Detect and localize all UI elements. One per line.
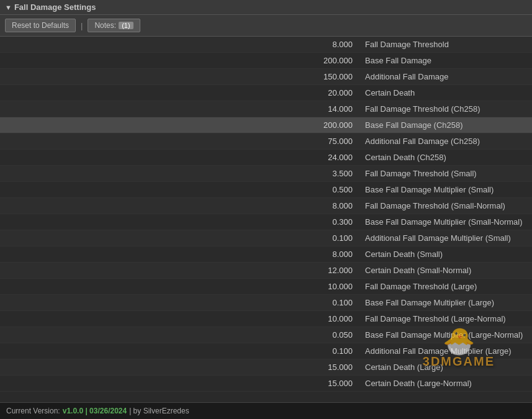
- table-row[interactable]: 14.000Fall Damage Threshold (Ch258): [0, 101, 532, 117]
- label-cell: Base Fall Damage Multiplier (Small-Norma…: [360, 217, 532, 227]
- label-cell: Base Fall Damage Multiplier (Small): [360, 185, 532, 194]
- value-cell: 200.000: [0, 56, 360, 65]
- value-cell: 150.000: [0, 72, 360, 81]
- table-row[interactable]: 200.000Base Fall Damage: [0, 53, 532, 69]
- table-row[interactable]: 8.000Fall Damage Threshold: [0, 37, 532, 53]
- label-cell: Fall Damage Threshold: [360, 40, 532, 49]
- table-row[interactable]: 3.500Fall Damage Threshold (Small): [0, 166, 532, 182]
- value-cell: 0.100: [0, 346, 360, 356]
- table-row[interactable]: 10.000Fall Damage Threshold (Large-Norma…: [0, 311, 532, 327]
- value-cell: 0.100: [0, 233, 360, 243]
- toolbar-separator: |: [81, 21, 83, 30]
- value-cell: 10.000: [0, 282, 360, 291]
- value-cell: 75.000: [0, 137, 360, 146]
- footer-label: Current Version:: [6, 407, 60, 415]
- data-table: 8.000Fall Damage Threshold200.000Base Fa…: [0, 37, 532, 392]
- label-cell: Certain Death (Ch258): [360, 153, 532, 162]
- table-row[interactable]: 20.000Certain Death: [0, 85, 532, 101]
- label-cell: Base Fall Damage Multiplier (Large-Norma…: [360, 330, 532, 340]
- value-cell: 24.000: [0, 153, 360, 162]
- value-cell: 0.500: [0, 185, 360, 194]
- table-row[interactable]: 0.100Base Fall Damage Multiplier (Large): [0, 295, 532, 311]
- label-cell: Certain Death: [360, 88, 532, 97]
- collapse-arrow-icon[interactable]: ▼: [5, 4, 12, 11]
- table-row[interactable]: 200.000Base Fall Damage (Ch258): [0, 117, 532, 133]
- table-row[interactable]: 8.000Certain Death (Small): [0, 246, 532, 263]
- value-cell: 200.000: [0, 120, 360, 130]
- label-cell: Base Fall Damage: [360, 56, 532, 65]
- footer-version: v1.0.0 | 03/26/2024: [63, 407, 127, 415]
- reset-defaults-button[interactable]: Reset to Defaults: [5, 19, 76, 32]
- label-cell: Fall Damage Threshold (Small): [360, 169, 532, 178]
- label-cell: Certain Death (Small-Normal): [360, 266, 532, 275]
- label-cell: Base Fall Damage Multiplier (Large): [360, 298, 532, 307]
- value-cell: 8.000: [0, 201, 360, 210]
- value-cell: 15.000: [0, 379, 360, 388]
- label-cell: Fall Damage Threshold (Large): [360, 282, 532, 291]
- value-cell: 3.500: [0, 169, 360, 178]
- label-cell: Base Fall Damage (Ch258): [360, 120, 532, 130]
- table-row[interactable]: 24.000Certain Death (Ch258): [0, 150, 532, 166]
- table-row[interactable]: 15.000Certain Death (Large-Normal): [0, 376, 532, 392]
- table-row[interactable]: 12.000Certain Death (Small-Normal): [0, 263, 532, 279]
- label-cell: Certain Death (Large): [360, 363, 532, 372]
- label-cell: Fall Damage Threshold (Small-Normal): [360, 201, 532, 210]
- label-cell: Certain Death (Large-Normal): [360, 379, 532, 388]
- value-cell: 8.000: [0, 40, 360, 49]
- table-row[interactable]: 8.000Fall Damage Threshold (Small-Normal…: [0, 198, 532, 214]
- notes-count-badge: (1): [119, 22, 133, 29]
- label-cell: Additional Fall Damage Multiplier (Small…: [360, 233, 532, 243]
- toolbar: Reset to Defaults | Notes: (1): [0, 15, 532, 37]
- label-cell: Fall Damage Threshold (Large-Normal): [360, 314, 532, 323]
- notes-button[interactable]: Notes: (1): [88, 19, 140, 32]
- footer-author: | by SilverEzredes: [129, 407, 189, 415]
- label-cell: Additional Fall Damage (Ch258): [360, 137, 532, 146]
- table-row[interactable]: 0.050Base Fall Damage Multiplier (Large-…: [0, 327, 532, 343]
- value-cell: 12.000: [0, 266, 360, 275]
- value-cell: 20.000: [0, 88, 360, 97]
- section-header[interactable]: ▼ Fall Damage Settings: [0, 0, 532, 15]
- table-row[interactable]: 0.500Base Fall Damage Multiplier (Small): [0, 182, 532, 198]
- table-row[interactable]: 15.000Certain Death (Large): [0, 359, 532, 376]
- value-cell: 10.000: [0, 314, 360, 323]
- table-row[interactable]: 0.300Base Fall Damage Multiplier (Small-…: [0, 214, 532, 230]
- label-cell: Additional Fall Damage Multiplier (Large…: [360, 346, 532, 356]
- section-title: Fall Damage Settings: [14, 2, 96, 12]
- label-cell: Fall Damage Threshold (Ch258): [360, 104, 532, 114]
- value-cell: 15.000: [0, 363, 360, 372]
- table-row[interactable]: 10.000Fall Damage Threshold (Large): [0, 279, 532, 295]
- data-scroll-area[interactable]: 8.000Fall Damage Threshold200.000Base Fa…: [0, 37, 532, 400]
- value-cell: 8.000: [0, 250, 360, 259]
- value-cell: 0.300: [0, 217, 360, 227]
- table-row[interactable]: 150.000Additional Fall Damage: [0, 69, 532, 85]
- footer-bar: Current Version: v1.0.0 | 03/26/2024 | b…: [0, 402, 532, 419]
- table-row[interactable]: 75.000Additional Fall Damage (Ch258): [0, 133, 532, 150]
- value-cell: 0.050: [0, 330, 360, 340]
- value-cell: 0.100: [0, 298, 360, 307]
- value-cell: 14.000: [0, 104, 360, 114]
- label-cell: Certain Death (Small): [360, 250, 532, 259]
- notes-label: Notes:: [94, 21, 116, 30]
- label-cell: Additional Fall Damage: [360, 72, 532, 81]
- table-row[interactable]: 0.100Additional Fall Damage Multiplier (…: [0, 230, 532, 246]
- table-row[interactable]: 0.100Additional Fall Damage Multiplier (…: [0, 343, 532, 359]
